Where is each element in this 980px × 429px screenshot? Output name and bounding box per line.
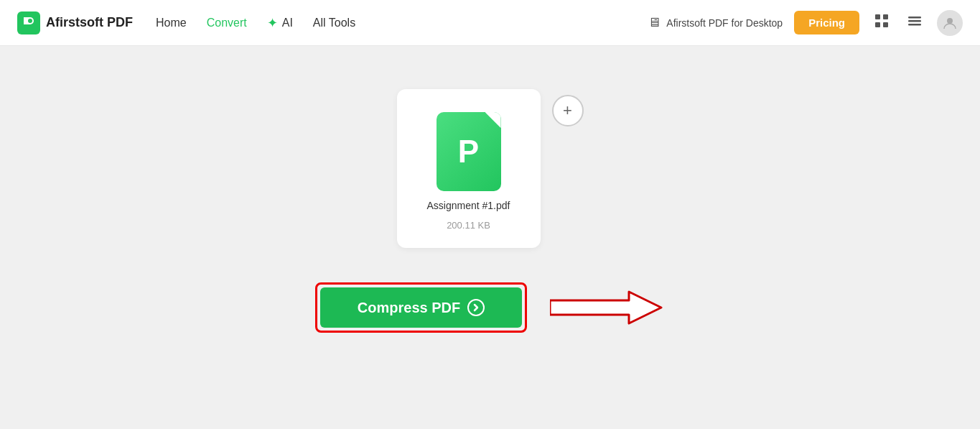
nav-convert[interactable]: Convert [207, 17, 247, 29]
grid-icon [874, 13, 890, 29]
nav-all-tools[interactable]: All Tools [313, 17, 355, 29]
hamburger-icon [907, 13, 923, 29]
file-card: P Assignment #1.pdf 200.11 KB [397, 89, 541, 248]
svg-rect-5 [883, 22, 888, 27]
compress-section: Compress PDF [315, 282, 665, 333]
pdf-p-letter: P [458, 136, 479, 167]
nav-ai[interactable]: ✦ AI [267, 15, 293, 31]
svg-point-1 [28, 19, 32, 23]
svg-rect-4 [875, 22, 880, 27]
file-size: 200.11 KB [447, 220, 490, 231]
compress-arrow-icon [467, 299, 485, 316]
main-nav: Home Convert ✦ AI All Tools [156, 15, 625, 31]
logo[interactable]: Afirstsoft PDF [17, 11, 133, 34]
pricing-button[interactable]: Pricing [794, 11, 859, 34]
compress-pdf-button[interactable]: Compress PDF [320, 287, 522, 328]
svg-marker-11 [550, 292, 661, 323]
main-content: P Assignment #1.pdf 200.11 KB + Compress… [0, 46, 980, 429]
header-right: 🖥 Afirstsoft PDF for Desktop Pricing [648, 10, 963, 36]
svg-rect-2 [875, 14, 880, 19]
nav-home[interactable]: Home [156, 17, 187, 29]
ai-star-icon: ✦ [267, 15, 278, 31]
svg-point-9 [947, 18, 953, 24]
svg-rect-6 [908, 17, 921, 19]
pdf-file-icon: P [437, 112, 501, 191]
monitor-icon: 🖥 [648, 15, 661, 30]
user-avatar-button[interactable] [937, 10, 963, 36]
header: Afirstsoft PDF Home Convert ✦ AI All Too… [0, 0, 980, 46]
file-section: P Assignment #1.pdf 200.11 KB + [397, 89, 584, 248]
desktop-button[interactable]: 🖥 Afirstsoft PDF for Desktop [648, 15, 783, 30]
menu-button[interactable] [904, 10, 925, 36]
logo-icon [17, 11, 40, 34]
desktop-btn-label: Afirstsoft PDF for Desktop [666, 17, 783, 29]
red-arrow-icon [550, 286, 665, 329]
arrow-indicator [550, 286, 665, 329]
svg-rect-8 [908, 24, 921, 26]
add-file-button[interactable]: + [552, 95, 584, 126]
compress-btn-wrapper: Compress PDF [315, 282, 527, 333]
ai-label: AI [282, 17, 293, 29]
compress-btn-label: Compress PDF [358, 300, 460, 316]
svg-point-10 [468, 300, 484, 315]
file-name: Assignment #1.pdf [427, 200, 510, 211]
logo-text: Afirstsoft PDF [46, 15, 133, 30]
svg-rect-3 [883, 14, 888, 19]
user-icon [943, 16, 957, 30]
svg-rect-7 [908, 20, 921, 22]
grid-icon-button[interactable] [871, 10, 892, 36]
